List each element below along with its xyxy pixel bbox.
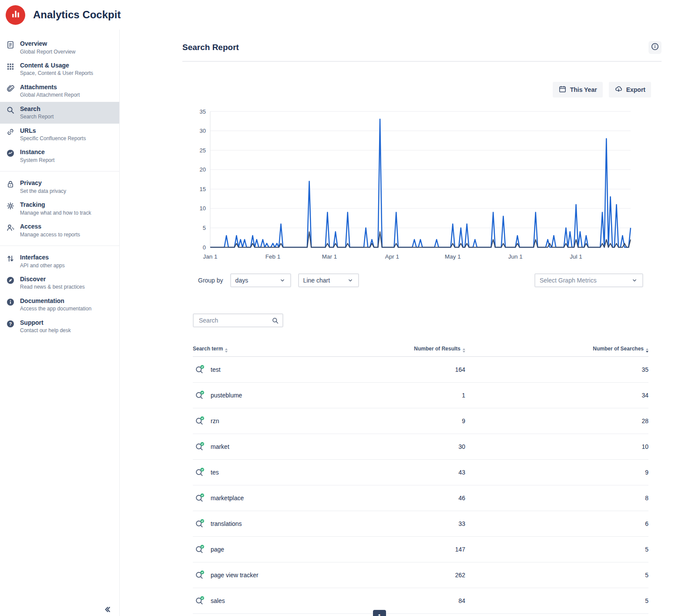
svg-text:May 1: May 1 xyxy=(445,253,461,260)
svg-text:Jan 1: Jan 1 xyxy=(203,253,217,260)
lock-icon xyxy=(6,180,15,189)
info-circle-icon xyxy=(6,298,15,306)
search-check-icon xyxy=(195,467,205,478)
search-term: market xyxy=(211,443,229,450)
table-row-page[interactable]: page1475 xyxy=(193,537,648,562)
page-title: Search Report xyxy=(182,43,239,52)
sidebar-nav: OverviewGlobal Report OverviewContent & … xyxy=(0,37,119,337)
table-row-translations[interactable]: translations336 xyxy=(193,511,648,537)
search-check-icon xyxy=(195,390,205,401)
sidebar-item-discover[interactable]: DiscoverRead news & best practices xyxy=(0,272,119,294)
sidebar-item-urls[interactable]: URLsSpecific Confluence Reports xyxy=(0,124,119,145)
sidebar-item-title: Overview xyxy=(20,40,75,48)
table-row-pusteblume[interactable]: pusteblume134 xyxy=(193,383,648,408)
arrows-up-down-icon xyxy=(6,254,15,263)
search-input[interactable] xyxy=(198,316,269,324)
chart-area: 05101520253035Jan 1Feb 1Mar 1Apr 1May 1J… xyxy=(190,105,662,263)
svg-text:?: ? xyxy=(9,321,12,326)
group-by-value: days xyxy=(235,277,249,284)
svg-text:Apr 1: Apr 1 xyxy=(385,253,399,260)
chart-controls: Group by days Line chart Select Graph Me… xyxy=(198,273,662,287)
pagination-page-button[interactable]: 1 xyxy=(373,610,386,616)
number-of-searches: 5 xyxy=(465,597,648,604)
document-icon xyxy=(6,40,15,49)
column-search-term[interactable]: Search term xyxy=(193,346,282,353)
link-icon xyxy=(6,128,15,136)
table-header: Search term Number of Results Number of … xyxy=(193,343,648,357)
search-check-icon xyxy=(195,364,205,375)
search-term: pusteblume xyxy=(211,392,242,399)
svg-text:30: 30 xyxy=(200,128,206,134)
table-row-test[interactable]: test16435 xyxy=(193,357,648,383)
sidebar-item-title: Access xyxy=(20,223,80,231)
sidebar-item-title: Support xyxy=(20,319,71,327)
search-term: sales xyxy=(211,597,225,604)
sidebar-item-interfaces[interactable]: InterfacesAPI and other apps xyxy=(0,250,119,272)
sidebar-item-tracking[interactable]: TrackingManage what and how to track xyxy=(0,198,119,219)
number-of-results: 43 xyxy=(282,469,465,476)
sidebar-item-documentation[interactable]: DocumentationAccess the app documentatio… xyxy=(0,294,119,316)
sidebar-item-title: URLs xyxy=(20,127,86,135)
sidebar-item-subtitle: Manage access to reports xyxy=(20,232,80,238)
paperclip-icon xyxy=(6,84,15,93)
sidebar-item-title: Privacy xyxy=(20,179,66,187)
number-of-results: 30 xyxy=(282,443,465,450)
number-of-searches: 35 xyxy=(465,366,648,373)
column-number-of-results[interactable]: Number of Results xyxy=(282,346,465,353)
sidebar-item-subtitle: Space, Content & User Reports xyxy=(20,70,93,76)
search-check-icon xyxy=(195,544,205,555)
number-of-searches: 5 xyxy=(465,572,648,579)
number-of-searches: 9 xyxy=(465,469,648,476)
svg-text:20: 20 xyxy=(200,166,206,173)
table-row-marketplace[interactable]: marketplace468 xyxy=(193,485,648,511)
table-row-market[interactable]: market3010 xyxy=(193,434,648,460)
number-of-searches: 6 xyxy=(465,520,648,527)
this-year-button[interactable]: This Year xyxy=(553,82,603,98)
sidebar-item-instance[interactable]: InstanceSystem Report xyxy=(0,145,119,167)
export-label: Export xyxy=(626,86,645,93)
group-by-select[interactable]: days xyxy=(230,273,291,287)
number-of-results: 262 xyxy=(282,572,465,579)
svg-text:5: 5 xyxy=(203,225,206,231)
search-icon xyxy=(6,106,15,114)
column-number-of-searches[interactable]: Number of Searches xyxy=(465,346,648,353)
chart-type-select[interactable]: Line chart xyxy=(298,273,359,287)
sidebar-item-subtitle: Search Report xyxy=(20,114,54,120)
sidebar-item-access[interactable]: AccessManage access to reports xyxy=(0,219,119,241)
svg-text:Jun 1: Jun 1 xyxy=(508,253,523,260)
sidebar-item-subtitle: Read news & best practices xyxy=(20,284,85,290)
report-header: Search Report xyxy=(182,41,662,54)
sidebar-item-overview[interactable]: OverviewGlobal Report Overview xyxy=(0,37,119,58)
table-row-rzn[interactable]: rzn928 xyxy=(193,408,648,434)
sidebar-item-privacy[interactable]: PrivacySet the data privacy xyxy=(0,176,119,198)
sidebar-item-content-usage[interactable]: Content & UsageSpace, Content & User Rep… xyxy=(0,58,119,80)
sidebar-item-subtitle: Global Report Overview xyxy=(20,49,75,55)
sidebar-collapse-button[interactable] xyxy=(103,605,112,614)
info-icon xyxy=(651,42,659,53)
app-title: Analytics Cockpit xyxy=(33,9,121,21)
number-of-results: 164 xyxy=(282,366,465,373)
graph-metrics-select[interactable]: Select Graph Metrics xyxy=(534,273,643,287)
sidebar-item-attachments[interactable]: AttachmentsGlobal Attachment Report xyxy=(0,80,119,102)
sidebar-item-search[interactable]: SearchSearch Report xyxy=(0,102,119,124)
chart-toolbar: This Year Export xyxy=(182,82,662,98)
info-button[interactable] xyxy=(648,41,662,54)
svg-text:15: 15 xyxy=(200,186,206,192)
table-row-page-view-tracker[interactable]: page view tracker2625 xyxy=(193,562,648,588)
sidebar-item-title: Search xyxy=(20,105,54,113)
table-row-tes[interactable]: tes439 xyxy=(193,460,648,485)
sidebar-item-subtitle: Global Attachment Report xyxy=(20,92,80,98)
svg-text:10: 10 xyxy=(200,205,206,212)
svg-text:0: 0 xyxy=(203,244,206,251)
sidebar-item-title: Tracking xyxy=(20,201,91,209)
search-check-icon xyxy=(195,518,205,529)
export-button[interactable]: Export xyxy=(609,82,651,98)
search-term: test xyxy=(211,366,221,373)
table-row-sales[interactable]: sales845 xyxy=(193,588,648,614)
title-divider xyxy=(182,61,662,62)
grid-icon xyxy=(6,62,15,71)
chevron-down-icon xyxy=(279,277,286,284)
number-of-results: 1 xyxy=(282,392,465,399)
search-icon[interactable] xyxy=(272,317,279,324)
sidebar-item-support[interactable]: ?SupportContact our help desk xyxy=(0,316,119,337)
